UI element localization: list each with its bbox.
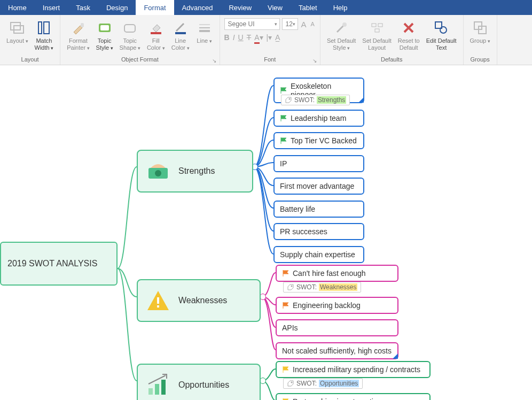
- svg-point-18: [440, 27, 447, 33]
- root-topic[interactable]: 2019 SWOT ANALYSIS: [0, 242, 118, 286]
- leaf-automotive-partnerships[interactable]: Partnerships in automotive: [276, 393, 431, 400]
- mindmap-canvas[interactable]: 2019 SWOT ANALYSIS Strengths Exoskeleton…: [0, 65, 532, 400]
- tab-task[interactable]: Task: [68, 0, 98, 15]
- match-width-button[interactable]: Match Width: [32, 17, 57, 54]
- tab-format[interactable]: Format: [136, 0, 174, 15]
- leaf-label: PR successes: [280, 227, 327, 236]
- clear-format-button[interactable]: A̲: [275, 33, 280, 42]
- leaf-engineering-backlog[interactable]: Engineering backlog: [276, 297, 398, 314]
- branch-opportunities[interactable]: Opportunities: [137, 364, 261, 400]
- svg-rect-28: [155, 384, 159, 395]
- svg-rect-8: [151, 32, 161, 34]
- leaf-pr-successes[interactable]: PR successes: [273, 223, 364, 240]
- tab-tablet[interactable]: Tablet: [291, 0, 325, 15]
- italic-button[interactable]: I: [233, 33, 235, 42]
- svg-point-30: [291, 382, 293, 383]
- format-painter-label: Format Painter: [67, 37, 89, 52]
- object-format-dialog-launcher[interactable]: ↘: [212, 58, 216, 64]
- grow-font-button[interactable]: A: [300, 20, 308, 29]
- paint-bucket-icon: [147, 19, 165, 36]
- match-width-icon: [35, 19, 52, 36]
- tab-view[interactable]: View: [260, 0, 291, 15]
- set-default-layout-label: Set Default Layout: [362, 37, 391, 51]
- swot-tag-strengths[interactable]: SWOT: Strengths: [281, 95, 350, 105]
- swot-tag-weaknesses[interactable]: SWOT: Weaknesses: [283, 282, 361, 293]
- set-default-style-button[interactable]: Set Default Style: [324, 17, 359, 54]
- highlight-button[interactable]: |▾: [267, 33, 272, 42]
- topic-style-button[interactable]: Topic Style: [93, 17, 116, 54]
- font-group-text: Font: [264, 56, 276, 63]
- svg-rect-24: [157, 297, 159, 304]
- branch-strengths[interactable]: Strengths: [137, 150, 253, 193]
- set-default-layout-button[interactable]: Set Default Layout: [359, 17, 394, 53]
- tag-icon: [285, 96, 292, 104]
- leaf-cant-hire[interactable]: Can't hire fast enough: [276, 265, 398, 282]
- tab-advanced[interactable]: Advanced: [174, 0, 221, 15]
- swot-tag-opportunities[interactable]: SWOT: Opportunities: [283, 378, 363, 389]
- shrink-font-button[interactable]: A: [310, 21, 316, 27]
- ribbon-group-font: Segoe UI 12 A A B I U T A▾ |▾ A̲ Font↘: [220, 15, 320, 65]
- reset-to-default-button[interactable]: Reset to Default: [395, 17, 423, 53]
- bold-button[interactable]: B: [224, 33, 230, 42]
- ribbon-toolbar: Layout Match Width Layout Format Painter: [0, 15, 532, 65]
- strikethrough-button[interactable]: T: [247, 33, 252, 42]
- svg-rect-7: [124, 25, 135, 32]
- leaf-ip[interactable]: IP: [273, 155, 364, 172]
- format-painter-button[interactable]: Format Painter: [64, 17, 92, 54]
- font-color-button[interactable]: A▾: [254, 33, 263, 42]
- flag-orange-icon: [282, 302, 290, 309]
- svg-rect-3: [44, 22, 49, 34]
- topic-shape-icon: [121, 19, 138, 36]
- dogear-icon: [358, 97, 364, 103]
- group-button-label: Group: [470, 37, 490, 45]
- branch-weaknesses-label: Weaknesses: [178, 296, 227, 305]
- leaf-vc-backed[interactable]: Top Tier VC Backed: [273, 132, 364, 149]
- leaf-label: Leadership team: [291, 114, 346, 122]
- leaf-label: First mover advantage: [280, 182, 354, 190]
- svg-rect-9: [175, 32, 186, 34]
- ribbon-group-label-object-format: Object Format↘: [62, 55, 217, 65]
- leaf-label: Partnerships in automotive: [293, 397, 381, 400]
- leaf-supply-chain[interactable]: Supply chain expertise: [273, 246, 364, 263]
- layout-button[interactable]: Layout: [3, 17, 32, 47]
- tab-insert[interactable]: Insert: [35, 0, 68, 15]
- font-size-combo[interactable]: 12: [282, 18, 298, 30]
- layout-icon: [9, 19, 26, 36]
- topic-shape-button[interactable]: Topic Shape: [116, 17, 144, 54]
- svg-point-23: [289, 98, 291, 100]
- flag-green-icon: [280, 114, 287, 122]
- line-button[interactable]: Line: [193, 17, 216, 47]
- underline-button[interactable]: U: [238, 33, 244, 42]
- leaf-label: IP: [280, 159, 287, 168]
- ribbon-group-label-layout: Layout: [2, 55, 58, 65]
- group-button[interactable]: Group: [467, 17, 494, 47]
- tab-design[interactable]: Design: [98, 0, 136, 15]
- edit-default-text-button[interactable]: Edit Default Text: [423, 17, 460, 53]
- leaf-battery-life[interactable]: Battery life: [273, 201, 364, 218]
- fill-color-button[interactable]: Fill Color: [144, 17, 168, 54]
- branch-weaknesses[interactable]: Weaknesses: [137, 279, 261, 322]
- svg-rect-2: [38, 22, 42, 34]
- flag-green-icon: [280, 137, 287, 144]
- leaf-apis[interactable]: APIs: [276, 319, 398, 336]
- leaf-military-spending[interactable]: Increased military spending / contracts: [276, 361, 431, 378]
- leaf-label: Top Tier VC Backed: [291, 136, 357, 145]
- tab-help[interactable]: Help: [325, 0, 356, 15]
- svg-rect-4: [81, 23, 84, 27]
- leaf-first-mover[interactable]: First mover advantage: [273, 178, 364, 195]
- font-name-combo[interactable]: Segoe UI: [224, 18, 280, 30]
- tag-prefix: SWOT:: [296, 283, 317, 291]
- leaf-not-scaled[interactable]: Not scaled sufficiently, high costs: [276, 342, 398, 359]
- leaf-leadership-team[interactable]: Leadership team: [273, 110, 364, 127]
- tag-value: Opportunities: [319, 380, 359, 387]
- tab-home[interactable]: Home: [0, 0, 35, 15]
- line-color-button[interactable]: Line Color: [168, 17, 193, 54]
- flag-orange-icon: [282, 270, 290, 277]
- line-weight-icon: [196, 19, 213, 36]
- font-dialog-launcher[interactable]: ↘: [312, 58, 317, 64]
- flag-yellow-icon: [282, 398, 290, 400]
- svg-rect-29: [161, 380, 166, 395]
- line-color-label: Line Color: [171, 37, 190, 52]
- ribbon-tabs: Home Insert Task Design Format Advanced …: [0, 0, 532, 15]
- tab-review[interactable]: Review: [221, 0, 260, 15]
